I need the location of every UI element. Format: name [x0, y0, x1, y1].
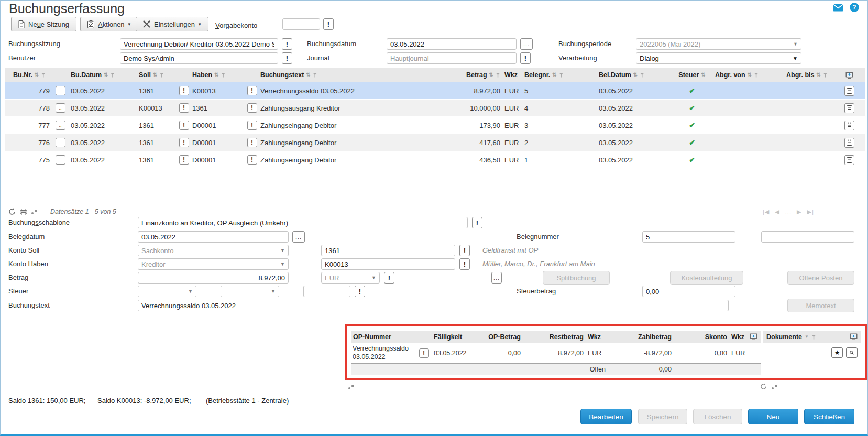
- schliessen-button[interactable]: Schließen: [804, 409, 854, 424]
- steuer-select-2[interactable]: ▼: [221, 286, 279, 297]
- mail-icon[interactable]: [833, 4, 843, 12]
- speichern-button[interactable]: Speichern: [638, 409, 687, 424]
- loeschen-button[interactable]: Löschen: [693, 409, 742, 424]
- vorgabekonto-info-button[interactable]: !: [323, 18, 334, 30]
- refresh-icon[interactable]: [760, 383, 767, 390]
- buchungsperiode-select[interactable]: 2022005 (Mai 2022) ▼: [636, 38, 801, 50]
- belegdatum-picker-button[interactable]: ...: [292, 231, 305, 243]
- memotext-button[interactable]: Memotext: [787, 299, 854, 312]
- table-row[interactable]: 776 .. 03.05.2022 1361 ! D00001 ! Zahlun…: [5, 134, 865, 151]
- konto-soll-info-button[interactable]: !: [459, 245, 470, 256]
- pager-prev-button[interactable]: ◀: [775, 209, 779, 215]
- pager-next-button[interactable]: ▶: [797, 209, 801, 215]
- column-header-betrag[interactable]: Betrag⇅: [445, 71, 502, 79]
- dokumente-header[interactable]: Dokumente ▼: [763, 331, 861, 343]
- pager-first-button[interactable]: |◀: [763, 209, 770, 215]
- booking-journal-icon[interactable]: [844, 86, 854, 96]
- op-row[interactable]: Verrechnungssaldo 03.05.2022 ! 03.05.202…: [351, 343, 761, 363]
- filter-icon[interactable]: [811, 335, 816, 340]
- column-header-belegnr[interactable]: Belegnr.⇅: [522, 71, 597, 79]
- vorgabekonto-input[interactable]: [282, 18, 320, 30]
- related-records-icon[interactable]: [772, 385, 777, 389]
- column-header-wkz[interactable]: Wkz: [502, 71, 522, 79]
- journal-input[interactable]: [387, 52, 517, 64]
- column-header-skonto[interactable]: Skonto: [674, 333, 729, 341]
- related-records-icon[interactable]: [348, 385, 354, 389]
- row-detail-button[interactable]: ..: [56, 138, 65, 147]
- buchungsschablone-info-button[interactable]: !: [472, 217, 482, 228]
- neu-button[interactable]: Neu: [748, 409, 798, 424]
- column-chooser-icon[interactable]: [750, 333, 757, 340]
- soll-info-button[interactable]: !: [179, 103, 189, 113]
- splitbuchung-button[interactable]: Splitbuchung: [543, 271, 610, 285]
- haben-info-button[interactable]: !: [247, 103, 257, 113]
- column-header-op-betrag[interactable]: OP-Betrag: [485, 333, 523, 341]
- table-row[interactable]: 778 .. 03.05.2022 K00013 ! 1361 ! Zahlun…: [5, 100, 865, 117]
- row-detail-button[interactable]: ..: [56, 86, 65, 95]
- neue-sitzung-button[interactable]: Neue Sitzung: [11, 17, 76, 31]
- benutzer-info-button[interactable]: !: [282, 52, 292, 64]
- belegnummer-input[interactable]: [642, 231, 735, 243]
- column-header-zahlbetrag[interactable]: Zahlbetrag: [608, 333, 674, 341]
- konto-haben-type-select[interactable]: Kreditor ▼: [138, 258, 289, 270]
- betrag-input[interactable]: [138, 272, 289, 284]
- table-row[interactable]: 775 .. 03.05.2022 1361 ! D00001 ! Zahlun…: [5, 151, 865, 169]
- steuerbetrag-input[interactable]: [642, 286, 735, 297]
- column-header-restbetrag[interactable]: Restbetrag: [523, 333, 586, 341]
- booking-journal-icon[interactable]: [844, 138, 854, 148]
- op-info-button[interactable]: !: [419, 348, 429, 358]
- belegdatum-input[interactable]: [138, 231, 289, 243]
- refresh-icon[interactable]: [8, 208, 16, 215]
- help-icon[interactable]: ?: [850, 3, 859, 12]
- einstellungen-menu-button[interactable]: Einstellungen ▾: [136, 17, 208, 31]
- currency-select[interactable]: EUR ▼: [321, 272, 380, 284]
- column-header-buchungstext[interactable]: Buchungstext⇅: [258, 71, 445, 79]
- konto-haben-input[interactable]: [321, 258, 455, 270]
- row-detail-button[interactable]: ..: [56, 155, 65, 165]
- column-header-steuer[interactable]: Steuer⇅: [671, 71, 713, 79]
- haben-info-button[interactable]: !: [247, 121, 257, 130]
- pager-last-button[interactable]: ▶|: [807, 209, 814, 215]
- soll-info-button[interactable]: !: [179, 121, 189, 130]
- table-row[interactable]: 777 .. 03.05.2022 1361 ! D00001 ! Zahlun…: [5, 117, 865, 134]
- benutzer-input[interactable]: [120, 52, 278, 64]
- print-icon[interactable]: [20, 209, 27, 215]
- betrag-info-button[interactable]: !: [384, 272, 394, 284]
- column-header-rest-wkz[interactable]: Wkz: [586, 333, 608, 341]
- soll-info-button[interactable]: !: [179, 138, 189, 147]
- aktionen-menu-button[interactable]: Aktionen ▾: [80, 17, 138, 31]
- haben-info-button[interactable]: !: [247, 155, 257, 165]
- buchungsdatum-input[interactable]: [387, 38, 517, 50]
- kostenaufteilung-button[interactable]: Kostenaufteilung: [670, 271, 743, 285]
- column-header-op-nummer[interactable]: OP-Nummer: [351, 333, 416, 341]
- column-chooser-icon[interactable]: [839, 72, 860, 79]
- offene-posten-button[interactable]: Offene Posten: [787, 271, 854, 285]
- column-header-soll[interactable]: Soll⇅: [137, 71, 178, 79]
- column-header-bunr[interactable]: Bu.Nr.⇅: [5, 71, 52, 79]
- verarbeitung-select[interactable]: Dialog ▼: [636, 52, 801, 64]
- column-header-haben[interactable]: Haben⇅: [190, 71, 246, 79]
- column-header-faelligkeit[interactable]: Fälligkeit: [432, 333, 485, 341]
- steuer-select-1[interactable]: ▼: [138, 286, 196, 297]
- column-header-abgr-von[interactable]: Abgr. von⇅: [713, 71, 784, 79]
- haben-info-button[interactable]: !: [247, 86, 257, 95]
- buchungssitzung-input[interactable]: [120, 38, 278, 50]
- related-records-icon[interactable]: [31, 210, 37, 214]
- steuer-info-button[interactable]: !: [355, 286, 365, 297]
- journal-info-button[interactable]: !: [520, 52, 531, 64]
- table-row[interactable]: 779 .. 03.05.2022 1361 ! K00013 ! Verrec…: [5, 82, 865, 100]
- booking-journal-icon[interactable]: [844, 103, 854, 113]
- soll-info-button[interactable]: !: [179, 155, 189, 165]
- row-detail-button[interactable]: ..: [56, 103, 65, 113]
- column-header-budatum[interactable]: Bu.Datum⇅: [69, 71, 137, 79]
- buchungsdatum-picker-button[interactable]: ...: [520, 38, 533, 50]
- belegnummer-extra-input[interactable]: [761, 231, 854, 243]
- konto-haben-info-button[interactable]: !: [459, 258, 470, 270]
- dokument-search-button[interactable]: [846, 347, 858, 358]
- betrag-options-button[interactable]: ...: [491, 272, 502, 284]
- buchungsschablone-input[interactable]: [138, 217, 468, 228]
- booking-journal-icon[interactable]: [844, 121, 854, 130]
- booking-journal-icon[interactable]: [844, 155, 854, 165]
- steuer-input[interactable]: [303, 286, 350, 297]
- column-chooser-icon[interactable]: [850, 333, 858, 340]
